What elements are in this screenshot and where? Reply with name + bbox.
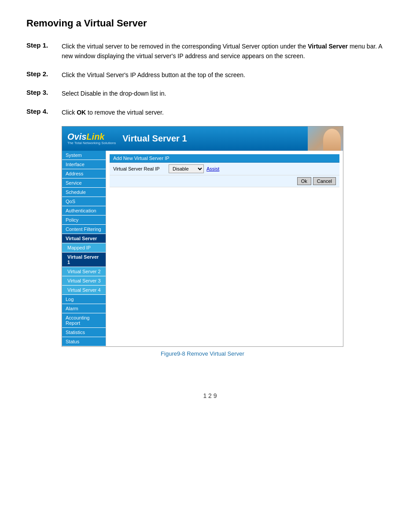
- sidebar-item-alarm[interactable]: Alarm: [62, 304, 106, 313]
- sidebar-item-authentication[interactable]: Authentication: [62, 206, 106, 215]
- sidebar-item-accounting-report[interactable]: Accounting Report: [62, 313, 106, 328]
- sidebar-item-log[interactable]: Log: [62, 295, 106, 304]
- step-3: Step 3. Select Disable in the drop-down …: [26, 89, 394, 98]
- step-3-content: Select Disable in the drop-down list in.: [62, 89, 166, 98]
- logo-brand: OvisLink: [67, 132, 116, 141]
- router-header: OvisLink The Total Networking Solutions …: [62, 126, 343, 151]
- step-4-bold: OK: [77, 109, 86, 116]
- assist-link[interactable]: Assist: [206, 166, 219, 171]
- sidebar-item-system[interactable]: System: [62, 151, 106, 160]
- step-1-text-before: Click the virtual server to be removed i…: [62, 43, 308, 50]
- step-2-content: Click the Virtual Server's IP Address bu…: [62, 70, 245, 80]
- step-1: Step 1. Click the virtual server to be r…: [26, 41, 394, 61]
- figure-caption: Figure9-8 Remove Virtual Server: [62, 350, 343, 357]
- virtual-server-real-ip-select[interactable]: Disable: [169, 164, 204, 173]
- sidebar-item-status[interactable]: Status: [62, 337, 106, 346]
- router-screenshot: OvisLink The Total Networking Solutions …: [62, 126, 343, 347]
- ok-button[interactable]: Ok: [297, 177, 311, 185]
- sidebar-item-virtual-server-1[interactable]: Virtual Server 1: [62, 253, 106, 267]
- sidebar-item-mapped-ip[interactable]: Mapped IP: [62, 243, 106, 253]
- sidebar-item-statistics[interactable]: Statistics: [62, 328, 106, 337]
- sidebar-item-address[interactable]: Address: [62, 169, 106, 178]
- step-4-text-before: Click: [62, 109, 77, 116]
- page-number: 1 2 9: [26, 392, 394, 399]
- ovislink-logo: OvisLink The Total Networking Solutions: [67, 132, 116, 145]
- logo-ovis: Ovis: [67, 132, 86, 141]
- logo-link: Link: [86, 132, 104, 141]
- section-header: Add New Virtual Server IP: [110, 154, 339, 163]
- sidebar-item-content-filtering[interactable]: Content Filtering: [62, 225, 106, 234]
- router-body: SystemInterfaceAddressServiceScheduleQoS…: [62, 151, 343, 346]
- sidebar-item-virtual-server-2[interactable]: Virtual Server 2: [62, 267, 106, 276]
- form-label: Virtual Server Real IP: [113, 166, 166, 171]
- sidebar-item-service[interactable]: Service: [62, 178, 106, 188]
- sidebar-item-policy[interactable]: Policy: [62, 215, 106, 225]
- logo-tagline: The Total Networking Solutions: [67, 141, 116, 145]
- sidebar-item-schedule[interactable]: Schedule: [62, 188, 106, 197]
- header-title: Virtual Server 1: [122, 134, 187, 144]
- form-buttons: Ok Cancel: [110, 175, 339, 187]
- cancel-button[interactable]: Cancel: [313, 177, 336, 185]
- step-1-bold: Virtual Server: [308, 43, 348, 50]
- step-2: Step 2. Click the Virtual Server's IP Ad…: [26, 70, 394, 80]
- sidebar-item-virtual-server-3[interactable]: Virtual Server 3: [62, 276, 106, 286]
- sidebar-item-virtual-server[interactable]: Virtual Server: [62, 234, 106, 243]
- form-row: Virtual Server Real IP Disable Assist: [110, 163, 339, 175]
- step-1-label: Step 1.: [26, 41, 62, 49]
- step-4-label: Step 4.: [26, 108, 62, 115]
- step-1-content: Click the virtual server to be removed i…: [62, 41, 394, 61]
- step-2-label: Step 2.: [26, 70, 62, 78]
- step-4-text-after: to remove the virtual server.: [86, 109, 164, 116]
- sidebar: SystemInterfaceAddressServiceScheduleQoS…: [62, 151, 106, 346]
- main-content: Add New Virtual Server IP Virtual Server…: [106, 151, 343, 346]
- step-3-label: Step 3.: [26, 89, 62, 96]
- step-4: Step 4. Click OK to remove the virtual s…: [26, 108, 394, 117]
- step-4-content: Click OK to remove the virtual server.: [62, 108, 164, 117]
- page-title: Removing a Virtual Server: [26, 18, 394, 29]
- sidebar-item-virtual-server-4[interactable]: Virtual Server 4: [62, 286, 106, 295]
- header-photo: [308, 126, 343, 151]
- sidebar-item-interface[interactable]: Interface: [62, 160, 106, 169]
- sidebar-item-qos[interactable]: QoS: [62, 197, 106, 206]
